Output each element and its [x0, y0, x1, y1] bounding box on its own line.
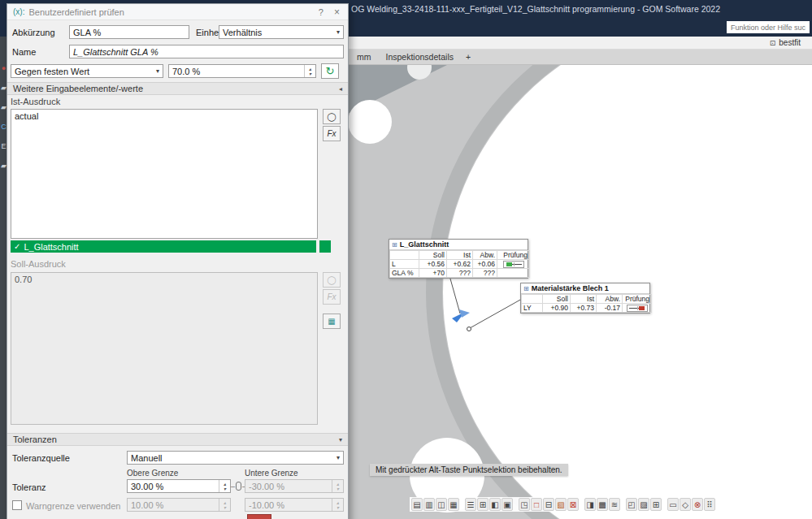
dense-grid-icon[interactable]: ▩	[597, 498, 608, 511]
tolerance-indicator	[627, 305, 648, 312]
hatch-right-icon[interactable]: ▨	[638, 498, 649, 511]
cell-soll: +70	[419, 269, 447, 278]
close-icon[interactable]: ×	[332, 6, 342, 18]
upper-tolerance-spinner[interactable]: 30.00 % ▴▾	[127, 479, 231, 493]
spinner-buttons: ▴▾	[332, 499, 343, 511]
cell-header-ist: Ist	[571, 295, 597, 304]
cell-pruefung	[497, 260, 530, 269]
upper-tolerance-value: 30.00 %	[128, 480, 219, 492]
circle-tool-button-disabled: ◯	[323, 272, 341, 288]
cell-empty	[390, 251, 419, 260]
spinner-buttons: ▴▾	[219, 499, 230, 511]
annotation-header: ⊞ Materialstärke Blech 1	[521, 283, 649, 294]
circle-tool-button[interactable]: ◯	[323, 109, 341, 124]
expand-arrow-icon: ▾	[339, 436, 342, 443]
upper-warn-spinner: 10.00 % ▴▾	[127, 498, 231, 512]
annotation-l-glattschnitt[interactable]: ⊞ L_Glattschnitt Soll Ist Abw. Prüfung L…	[389, 239, 528, 279]
remove-red-icon[interactable]: ⊗	[692, 498, 703, 511]
table-row: L +0.56 +0.62 +0.06	[390, 260, 530, 269]
help-button[interactable]: ?	[315, 7, 328, 17]
diamond-icon[interactable]: ◇	[680, 498, 691, 511]
table-row: GLA % +70 ??? ???	[390, 269, 530, 278]
collapse-panel-icon[interactable]: ⊟	[543, 498, 554, 511]
bestfit-button[interactable]: ⊡ bestfit	[770, 38, 801, 47]
upper-warn-value: 10.00 %	[128, 499, 219, 511]
cell-name: LY	[522, 304, 543, 313]
collapse-arrow-icon: ◂	[339, 85, 342, 93]
tolerances-label: Toleranzen	[13, 435, 57, 444]
tolerance-source-value: Manuell	[131, 453, 163, 463]
annotation-materialstaerke[interactable]: ⊞ Materialstärke Blech 1 Soll Ist Abw. P…	[520, 283, 650, 314]
abort-button[interactable]	[247, 514, 271, 519]
more-inputs-section-header[interactable]: Weitere Eingabeelemente/-werte ◂	[7, 82, 348, 95]
hatch-panel-icon[interactable]: ▧	[555, 498, 567, 511]
chevron-down-icon: ▾	[156, 67, 159, 75]
corner-tl-icon[interactable]: ◰	[626, 498, 637, 511]
cell-abw: +0.06	[473, 260, 497, 269]
spinner-buttons[interactable]: ▴▾	[219, 480, 230, 492]
drag-dots-icon[interactable]: ⠿	[704, 498, 715, 511]
target-value: 70.0 %	[169, 65, 304, 77]
dialog-titlebar[interactable]: (x): Benutzerdefiniert prüfen ? ×	[7, 4, 348, 20]
split-view-icon[interactable]: ◫	[436, 498, 447, 511]
tolerances-section-header[interactable]: Toleranzen ▾	[7, 433, 348, 446]
measure-point	[467, 327, 471, 331]
comparison-select[interactable]: Gegen festen Wert ▾	[11, 64, 163, 78]
help-search-input[interactable]	[727, 21, 810, 33]
header-row: Soll Ist Abw. Prüfung	[522, 295, 652, 304]
half-right-panel-icon[interactable]: ◨	[584, 498, 596, 511]
cell-empty	[522, 295, 543, 304]
lower-tolerance-value: -30.00 %	[245, 480, 332, 492]
nominal-expression: 0.70	[15, 275, 32, 284]
cell-header-pruefung: Prüfung	[497, 251, 530, 260]
selected-element-label: L_Glattschnitt	[24, 242, 78, 252]
window-title: OG Welding_33-2418-111-xxx_Fertigteil_V1…	[351, 4, 720, 14]
selected-element-row[interactable]: ✓ L_Glattschnitt	[11, 240, 316, 253]
report-layout-icon[interactable]: ▤	[411, 498, 423, 511]
half-left-panel-icon[interactable]: ◧	[489, 498, 501, 511]
formula-editor-button[interactable]: Fx	[323, 126, 341, 141]
cell-soll: +0.56	[419, 260, 447, 269]
table-row: LY +0.90 +0.73 -0.17	[522, 304, 652, 313]
cell-header-abw: Abw.	[597, 295, 623, 304]
add-tab-button[interactable]: +	[461, 50, 475, 63]
red-frame-icon[interactable]: □	[531, 498, 542, 511]
tolerance-source-label: Toleranzquelle	[12, 453, 70, 463]
warn-limit-checkbox[interactable]	[12, 500, 22, 510]
nominal-expression-area: 0.70	[11, 272, 318, 425]
apply-expression-button[interactable]: ↻	[321, 63, 339, 79]
cell-ist: ???	[447, 269, 473, 278]
name-label: Name	[12, 47, 36, 57]
add-panel-icon[interactable]: ⊞	[477, 498, 489, 511]
tolerance-indicator	[503, 261, 524, 268]
lower-warn-spinner: -10.00 % ▴▾	[245, 498, 344, 512]
unit-select[interactable]: Verhältnis ▾	[219, 25, 344, 39]
cell-header-ist: Ist	[447, 251, 473, 260]
abbreviation-input[interactable]: GLA %	[69, 25, 189, 39]
grid-view-icon[interactable]: ▦	[448, 498, 459, 511]
bestfit-icon: ⊡	[770, 39, 776, 47]
table-add-icon[interactable]: ⊞	[650, 498, 662, 511]
tolerance-label: Toleranz	[12, 482, 46, 492]
actual-expression-area[interactable]: actual	[11, 109, 318, 239]
wide-box-icon[interactable]: ▭	[667, 498, 679, 511]
annotation-title: L_Glattschnitt	[400, 240, 449, 249]
focus-panel-icon[interactable]: ▣	[502, 498, 513, 511]
list-view-icon[interactable]: ☰	[465, 498, 476, 511]
cell-header-abw: Abw.	[473, 251, 497, 260]
chevron-down-icon: ▾	[337, 28, 340, 36]
element-table-icon: ⊞	[523, 285, 529, 292]
cell-header-pruefung: Prüfung	[623, 295, 652, 304]
close-panel-red-icon[interactable]: ⊠	[567, 498, 579, 511]
target-value-spinner[interactable]: 70.0 % ▴▾	[168, 64, 316, 78]
tab-inspektionsdetails[interactable]: Inspektionsdetails	[379, 50, 461, 63]
table-layout-icon[interactable]: ▥	[423, 498, 435, 511]
corner-panel-icon[interactable]: ◳	[519, 498, 530, 511]
tab-3d-view[interactable]: mm	[350, 50, 379, 63]
name-input[interactable]: L_Glattschnitt GLA %	[69, 45, 344, 58]
tolerance-source-select[interactable]: Manuell ▾	[127, 451, 344, 465]
spinner-buttons: ▴▾	[332, 480, 343, 492]
waves-icon[interactable]: ≋	[609, 498, 620, 511]
element-grid-button[interactable]: ▦	[323, 314, 341, 329]
spinner-buttons[interactable]: ▴▾	[304, 65, 315, 77]
